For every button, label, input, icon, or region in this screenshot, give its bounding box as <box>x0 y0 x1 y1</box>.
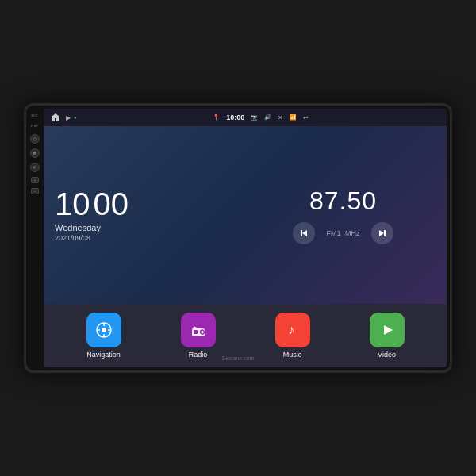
clock-day: Wednesday <box>55 223 240 232</box>
radio-label-text: Radio <box>189 351 208 359</box>
status-center: 📍 10:00 📷 🔊 ✕ 📶 ↩ <box>82 113 440 121</box>
radio-next-button[interactable] <box>371 222 393 244</box>
svg-marker-15 <box>384 325 393 335</box>
camera-status-icon: 📷 <box>251 114 258 121</box>
main-screen: ▶ ● 📍 10:00 📷 🔊 ✕ 📶 ↩ 10 00 <box>44 109 447 367</box>
video-label: Video <box>378 351 396 359</box>
status-left-icons: ▶ ● <box>66 114 77 121</box>
play-status-icon: ▶ <box>66 114 71 121</box>
svg-text:♪: ♪ <box>288 323 294 336</box>
svg-line-13 <box>194 327 197 328</box>
radio-controls: FM1 MHz <box>293 222 393 244</box>
app-music[interactable]: ♪ Music <box>275 313 310 359</box>
x-status-icon: ✕ <box>278 114 283 121</box>
navigation-label: Navigation <box>86 351 121 359</box>
radio-frequency: 87.50 <box>309 186 377 216</box>
volume-down-button[interactable]: − <box>31 188 39 194</box>
gps-icon: 📍 <box>213 114 220 121</box>
video-app-icon <box>370 313 405 347</box>
svg-marker-0 <box>302 230 307 236</box>
radio-app-icon <box>181 313 216 347</box>
radio-prev-button[interactable] <box>293 222 315 244</box>
clock-hour: 10 <box>55 188 90 220</box>
mic-label: MIC <box>32 113 39 117</box>
svg-point-5 <box>102 328 106 332</box>
radio-band: FM1 MHz <box>326 228 359 237</box>
power-button[interactable] <box>30 134 40 144</box>
svg-rect-3 <box>384 230 386 236</box>
back-status-icon[interactable]: ↩ <box>303 114 309 121</box>
clock-minute: 00 <box>94 188 129 220</box>
side-controls: MIC RST + − <box>26 106 44 370</box>
status-time: 10:00 <box>226 113 244 121</box>
volume-status-icon: 🔊 <box>264 114 271 121</box>
app-radio[interactable]: Radio <box>181 313 216 359</box>
home-side-button[interactable] <box>30 148 40 158</box>
app-video[interactable]: Video <box>370 313 405 359</box>
music-label: Music <box>283 351 302 359</box>
rst-label: RST <box>31 124 39 128</box>
main-content: 10 00 Wednesday 2021/09/08 87.50 <box>44 126 447 304</box>
dot-status-icon: ● <box>74 115 77 120</box>
svg-marker-2 <box>379 230 384 236</box>
svg-rect-11 <box>194 330 198 334</box>
home-button[interactable] <box>50 112 61 123</box>
radio-info: FM1 MHz <box>326 228 359 237</box>
watermark: Seicane.com <box>222 355 254 361</box>
clock-date: 2021/09/08 <box>55 234 240 242</box>
svg-rect-1 <box>301 230 302 236</box>
clock-display: 10 00 <box>55 188 240 220</box>
volume-up-button[interactable]: + <box>31 177 39 183</box>
status-bar: ▶ ● 📍 10:00 📷 🔊 ✕ 📶 ↩ <box>44 109 447 126</box>
back-side-button[interactable] <box>30 163 40 172</box>
clock-panel: 10 00 Wednesday 2021/09/08 <box>55 134 240 296</box>
car-unit: MIC RST + − ▶ ● 📍 10 <box>24 103 452 373</box>
music-app-icon: ♪ <box>275 313 310 347</box>
navigation-icon <box>86 313 121 347</box>
radio-panel: 87.50 FM1 MHz <box>251 134 436 296</box>
signal-status-icon: 📶 <box>290 114 297 121</box>
app-navigation[interactable]: Navigation <box>86 313 121 359</box>
